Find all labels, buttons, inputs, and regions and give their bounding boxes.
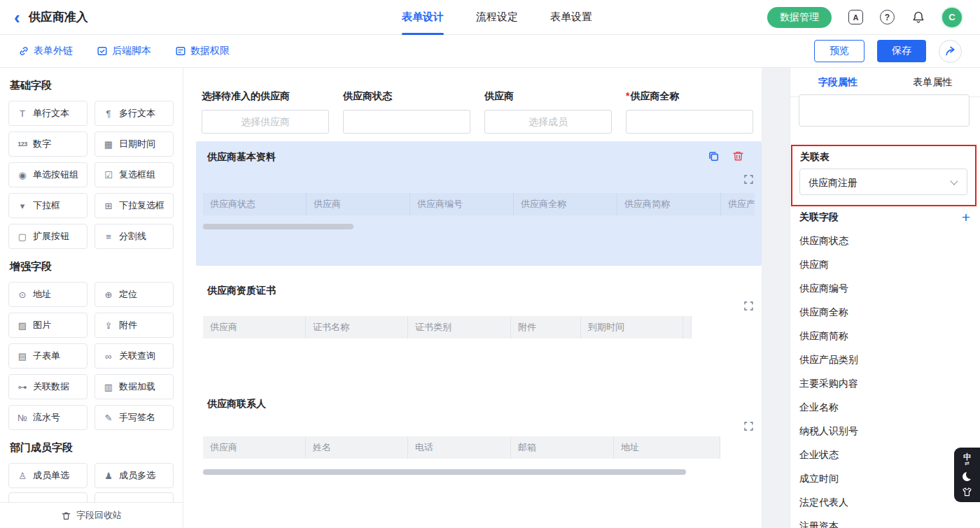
panel-top-input[interactable] xyxy=(799,94,969,127)
sidebar-item-location[interactable]: ⊕定位 xyxy=(94,282,174,307)
field-input[interactable] xyxy=(343,110,470,134)
sidebar-item-number[interactable]: 123数字 xyxy=(8,131,88,157)
related-field-item[interactable]: 供应商 xyxy=(799,252,980,276)
sidebar-item-extend-button[interactable]: ▢扩展按钮 xyxy=(8,224,88,249)
sidebar-item-multi-text[interactable]: ¶多行文本 xyxy=(94,101,174,126)
sidebar-item-multi-select[interactable]: ⊞下拉复选框 xyxy=(94,193,174,218)
divider-icon: ≡ xyxy=(102,231,115,242)
theme-shirt-icon[interactable] xyxy=(962,487,972,497)
related-field-item[interactable]: 供应商状态 xyxy=(799,229,980,252)
subform-title: 供应商基本资料 xyxy=(207,151,276,164)
sidebar-item-image[interactable]: ▨图片 xyxy=(8,313,88,338)
translate-icon[interactable]: A xyxy=(848,10,863,24)
header-tab-form-setting[interactable]: 表单设置 xyxy=(550,0,592,35)
language-switch-icon[interactable]: 中⇄ xyxy=(963,453,971,467)
backend-script-link[interactable]: 后端脚本 xyxy=(97,45,151,57)
trash-icon[interactable] xyxy=(732,150,745,163)
sidebar-item-member-multi[interactable]: ♟成员多选 xyxy=(94,463,174,488)
image-icon: ▨ xyxy=(16,320,29,331)
related-table-select[interactable]: 供应商注册 xyxy=(799,169,967,195)
subform-supplier-basic-info[interactable]: 供应商基本资料 xyxy=(196,141,762,266)
related-field-item[interactable]: 成立时间 xyxy=(799,466,980,490)
subform-column-header: 供应商编号 xyxy=(410,193,514,215)
header-tab-flow-setting[interactable]: 流程设定 xyxy=(476,0,518,35)
subform-column-header: 供应商 xyxy=(203,316,306,338)
panel-tab-field-props[interactable]: 字段属性 xyxy=(790,68,886,97)
expand-icon[interactable] xyxy=(744,422,753,431)
related-field-item[interactable]: 主要采购内容 xyxy=(799,371,980,395)
back-icon[interactable]: ‹ xyxy=(14,10,20,25)
annotation-highlight: 关联表 供应商注册 xyxy=(791,145,976,206)
preview-button[interactable]: 预览 xyxy=(814,40,864,62)
copy-icon[interactable] xyxy=(707,150,720,163)
data-manage-button[interactable]: 数据管理 xyxy=(767,7,832,28)
sidebar-item-label: 分割线 xyxy=(119,230,146,243)
select-icon: ▾ xyxy=(16,201,29,211)
subform-supplier-certificates[interactable]: 供应商资质证书 供应商证书名称证书类别附件到期时间 xyxy=(196,276,762,378)
sidebar-item-serial-number[interactable]: №流水号 xyxy=(8,405,88,430)
sidebar-item-label: 复选框组 xyxy=(119,169,155,181)
sidebar-item-related-data[interactable]: ⊶关联数据 xyxy=(8,374,88,399)
member-multi-icon: ♟ xyxy=(102,471,115,481)
sidebar-item-label: 多行文本 xyxy=(119,107,155,120)
data-permission-link[interactable]: 数据权限 xyxy=(175,45,230,57)
sidebar-item-datetime[interactable]: ▦日期时间 xyxy=(94,131,174,157)
related-field-item[interactable]: 供应产品类别 xyxy=(799,348,980,371)
sidebar-item-select[interactable]: ▾下拉框 xyxy=(8,193,88,218)
sidebar-item-address[interactable]: ⊙地址 xyxy=(8,282,88,307)
serial-number-icon: № xyxy=(16,413,29,423)
horizontal-scrollbar[interactable] xyxy=(203,469,686,475)
related-field-item[interactable]: 供应商编号 xyxy=(799,276,980,300)
header-tab-form-design[interactable]: 表单设计 xyxy=(402,0,444,35)
sidebar-item-label: 流水号 xyxy=(33,411,60,424)
add-field-icon[interactable]: + xyxy=(962,211,970,224)
sidebar-item-attachment[interactable]: ⇪附件 xyxy=(94,313,174,338)
field-input[interactable] xyxy=(484,110,612,134)
sidebar-item-radio-group[interactable]: ◉单选按钮组 xyxy=(8,162,88,187)
subform-title: 供应商联系人 xyxy=(207,398,266,411)
panel-tab-form-props[interactable]: 表单属性 xyxy=(886,68,980,97)
field-input[interactable] xyxy=(626,110,753,134)
form-external-link[interactable]: 表单外链 xyxy=(18,45,73,57)
horizontal-scrollbar[interactable] xyxy=(203,224,354,229)
script-icon xyxy=(97,45,108,57)
page-title: 供应商准入 xyxy=(29,9,88,25)
bell-icon[interactable] xyxy=(911,10,925,24)
save-button[interactable]: 保存 xyxy=(877,40,926,62)
toolbar-links: 表单外链 后端脚本 数据权限 xyxy=(18,45,230,57)
sub-toolbar: 表单外链 后端脚本 数据权限 xyxy=(0,35,980,68)
related-field-item[interactable]: 供应商简称 xyxy=(799,324,980,348)
share-button[interactable] xyxy=(939,40,962,63)
sidebar-item-label: 附件 xyxy=(119,319,137,331)
sidebar-item-data-load[interactable]: ▥数据加载 xyxy=(94,374,174,399)
sidebar-item-label: 图片 xyxy=(33,319,51,331)
expand-icon[interactable] xyxy=(744,301,753,311)
subform-supplier-contacts[interactable]: 供应商联系人 供应商姓名电话邮箱地址 xyxy=(196,388,762,500)
dark-mode-icon[interactable] xyxy=(962,472,972,481)
sidebar-item-related-query[interactable]: ∞关联查询 xyxy=(94,343,174,369)
sidebar-item-label: 地址 xyxy=(33,288,51,301)
field-label: 供应商 xyxy=(484,90,612,103)
subform-actions xyxy=(707,150,745,163)
related-field-item[interactable]: 注册资本 xyxy=(799,514,980,528)
field-recycle-bin[interactable]: 字段回收站 xyxy=(0,502,183,528)
sidebar-item-divider[interactable]: ≡分割线 xyxy=(94,224,174,249)
related-query-icon: ∞ xyxy=(102,351,115,362)
avatar[interactable]: C xyxy=(942,8,962,27)
sidebar-item-signature[interactable]: ✎手写签名 xyxy=(94,405,174,430)
permission-icon xyxy=(175,45,186,57)
related-field-item[interactable]: 法定代表人 xyxy=(799,490,980,514)
related-field-item[interactable]: 企业名称 xyxy=(799,395,980,419)
field-input[interactable] xyxy=(202,110,329,134)
form-field: 供应商状态 xyxy=(343,90,470,134)
sidebar-item-single-text[interactable]: T单行文本 xyxy=(8,101,88,126)
related-field-item[interactable]: 供应商全称 xyxy=(799,300,980,324)
related-field-item[interactable]: 纳税人识别号 xyxy=(799,419,980,443)
sidebar-item-subform[interactable]: ▤子表单 xyxy=(8,343,88,369)
expand-icon[interactable] xyxy=(744,175,753,184)
related-fields-list: 供应商状态供应商供应商编号供应商全称供应商简称供应产品类别主要采购内容企业名称纳… xyxy=(799,229,980,528)
sidebar-item-checkbox-group[interactable]: ☑复选框组 xyxy=(94,162,174,187)
related-field-item[interactable]: 企业状态 xyxy=(799,443,980,466)
help-icon[interactable]: ? xyxy=(880,10,895,24)
sidebar-item-member-single[interactable]: ♙成员单选 xyxy=(8,463,88,488)
